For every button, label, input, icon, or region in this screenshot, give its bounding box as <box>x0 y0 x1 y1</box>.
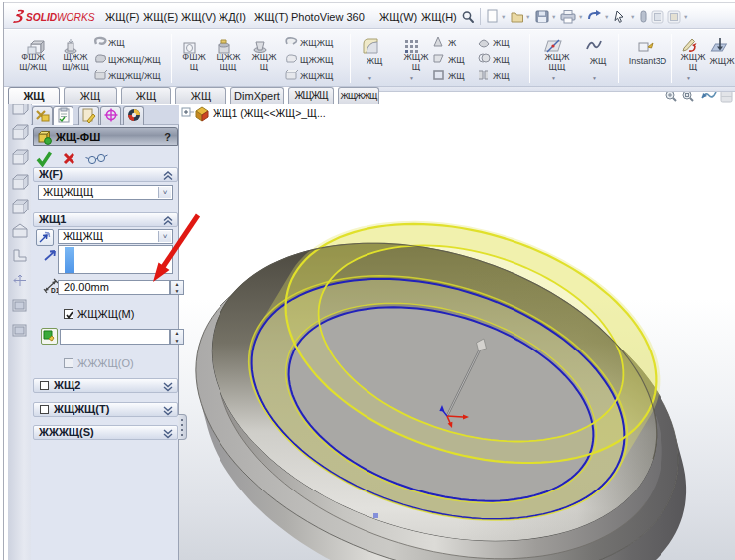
svg-text:▼: ▼ <box>501 14 506 20</box>
svg-text:WORKS: WORKS <box>57 12 95 23</box>
svg-text:▼: ▼ <box>525 14 530 20</box>
svg-text:SOLID: SOLID <box>26 12 58 23</box>
svg-text:▼: ▼ <box>630 14 635 20</box>
svg-text:▼: ▼ <box>578 14 583 20</box>
svg-text:▼: ▼ <box>551 14 556 20</box>
svg-text:▼: ▼ <box>604 14 609 20</box>
svg-text:ЖЩ1 (ЖЩ<<ЖЩ>_Щ...: ЖЩ1 (ЖЩ<<ЖЩ>_Щ... <box>213 107 326 119</box>
svg-text:▼: ▼ <box>683 14 688 20</box>
